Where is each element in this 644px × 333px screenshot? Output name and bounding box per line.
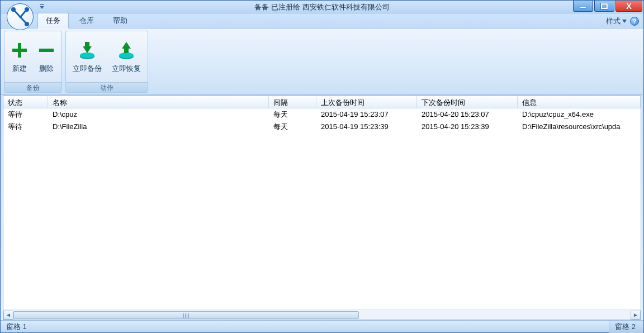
table-row[interactable]: 等待 D:\cpuz 每天 2015-04-19 15:23:07 2015-0… xyxy=(3,108,641,121)
svg-point-6 xyxy=(25,22,29,26)
delete-button-label: 删除 xyxy=(39,64,54,74)
window-buttons: X xyxy=(573,1,642,13)
task-table: 状态 名称 间隔 上次备份时间 下次备份时间 信息 等待 D:\cpuz 每天 … xyxy=(3,96,641,320)
svg-point-14 xyxy=(80,53,94,58)
tab-tasks[interactable]: 任务 xyxy=(37,13,69,28)
help-icon[interactable]: ? xyxy=(630,17,639,26)
svg-rect-7 xyxy=(40,4,44,5)
col-status[interactable]: 状态 xyxy=(3,96,48,108)
minimize-button[interactable] xyxy=(573,1,593,12)
tabs-right: 样式 ? xyxy=(606,14,639,28)
ribbon-body: 新建 删除 备份 xyxy=(1,28,643,94)
tab-repo[interactable]: 仓库 xyxy=(71,13,102,28)
maximize-button[interactable] xyxy=(594,1,614,12)
plus-icon xyxy=(11,40,28,60)
backup-now-label: 立即备份 xyxy=(73,64,102,74)
new-button[interactable]: 新建 xyxy=(9,39,30,75)
backup-now-button[interactable]: 立即备份 xyxy=(70,39,104,75)
ribbon-group-action: 立即备份 立即恢复 动作 xyxy=(65,31,148,93)
group-label-backup: 备份 xyxy=(4,82,61,92)
table-body: 等待 D:\cpuz 每天 2015-04-19 15:23:07 2015-0… xyxy=(3,108,641,310)
svg-point-5 xyxy=(25,7,29,12)
svg-rect-12 xyxy=(39,49,54,52)
horizontal-scrollbar[interactable]: ◄ ► xyxy=(3,310,641,320)
status-pane-left: 窗格 1 xyxy=(1,322,27,332)
col-last[interactable]: 上次备份时间 xyxy=(316,96,417,108)
scroll-track[interactable] xyxy=(13,311,631,320)
new-button-label: 新建 xyxy=(12,64,27,74)
svg-point-4 xyxy=(11,7,16,12)
close-button[interactable]: X xyxy=(615,1,642,12)
ribbon-group-backup: 新建 删除 备份 xyxy=(4,31,62,93)
col-next[interactable]: 下次备份时间 xyxy=(417,96,518,108)
restore-now-label: 立即恢复 xyxy=(112,64,141,74)
scroll-right-arrow[interactable]: ► xyxy=(631,311,641,320)
col-name[interactable]: 名称 xyxy=(48,96,269,108)
window-title: 备备 已注册给 西安铁仁软件科技有限公司 xyxy=(254,1,389,14)
ribbon-tabs: 任务 仓库 帮助 样式 ? xyxy=(1,14,643,28)
svg-point-17 xyxy=(119,53,134,58)
col-interval[interactable]: 间隔 xyxy=(269,96,316,108)
style-label: 样式 xyxy=(606,16,621,26)
svg-marker-18 xyxy=(122,42,131,53)
style-dropdown[interactable]: 样式 xyxy=(606,16,627,26)
table-row[interactable]: 等待 D:\FileZilla 每天 2015-04-19 15:23:39 2… xyxy=(3,121,641,133)
app-icon[interactable] xyxy=(6,3,34,31)
group-label-action: 动作 xyxy=(66,82,148,92)
col-info[interactable]: 信息 xyxy=(518,96,641,108)
title-bar: 备备 已注册给 西安铁仁软件科技有限公司 X xyxy=(1,1,643,14)
restore-now-button[interactable]: 立即恢复 xyxy=(110,39,143,75)
status-pane-right: 窗格 2 xyxy=(609,321,643,333)
delete-button[interactable]: 删除 xyxy=(36,39,57,75)
minus-icon xyxy=(38,40,55,60)
scroll-thumb[interactable] xyxy=(13,311,359,319)
tab-help[interactable]: 帮助 xyxy=(105,13,136,28)
upload-icon xyxy=(117,40,135,60)
scroll-left-arrow[interactable]: ◄ xyxy=(3,311,13,320)
qat-dropdown[interactable] xyxy=(37,2,46,12)
table-header: 状态 名称 间隔 上次备份时间 下次备份时间 信息 xyxy=(3,96,641,108)
main-window: 备备 已注册给 西安铁仁软件科技有限公司 X xyxy=(0,0,644,333)
svg-rect-11 xyxy=(12,49,27,52)
svg-marker-8 xyxy=(40,6,44,9)
download-icon xyxy=(78,40,96,60)
svg-marker-9 xyxy=(622,20,627,23)
status-bar: 窗格 1 窗格 2 xyxy=(1,320,643,332)
svg-marker-15 xyxy=(83,42,92,53)
